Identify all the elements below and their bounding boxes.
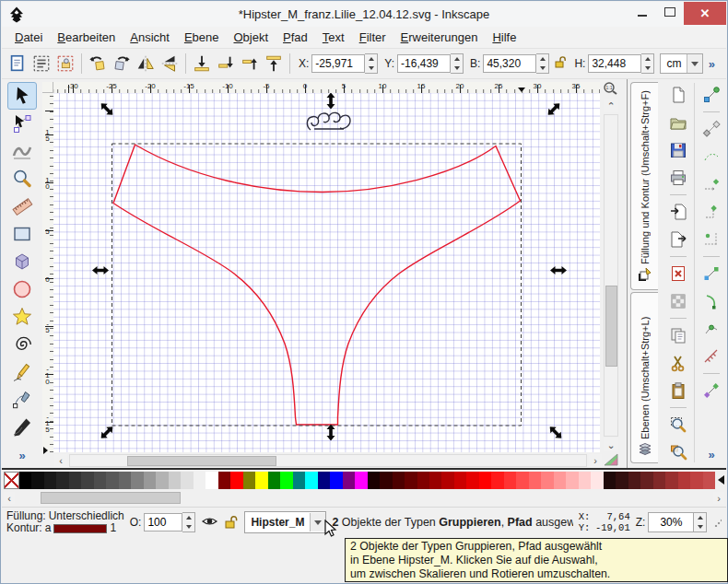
menu-ansicht[interactable]: Ansicht <box>123 29 177 46</box>
tab-layers[interactable]: Ebenen (Umschalt+Strg+L) <box>630 292 658 463</box>
swatch-660000[interactable] <box>405 472 417 489</box>
swatch-ffffff[interactable] <box>205 472 217 489</box>
menu-filter[interactable]: Filter <box>352 29 393 46</box>
height-spinner[interactable] <box>641 53 654 74</box>
snap-others-icon[interactable] <box>700 380 722 402</box>
canvas[interactable] <box>53 93 600 452</box>
toolbar-overflow-button[interactable]: » <box>709 57 715 71</box>
swatch-bf4242[interactable] <box>690 472 702 489</box>
swatch-666666[interactable] <box>119 472 131 489</box>
import-icon[interactable] <box>667 201 689 223</box>
swatch-4d0000[interactable] <box>393 472 405 489</box>
selection-scale-handle-icon[interactable] <box>550 262 567 278</box>
opacity-spinner[interactable] <box>182 512 195 532</box>
swatch-802828[interactable] <box>653 472 665 489</box>
menu-bearbeiten[interactable]: Bearbeiten <box>50 29 123 46</box>
menu-datei[interactable]: Datei <box>7 29 50 46</box>
swatch-808080[interactable] <box>131 472 143 489</box>
swatch-0000ff[interactable] <box>330 472 342 489</box>
menu-pfad[interactable]: Pfad <box>276 29 315 46</box>
swatch-800000[interactable] <box>417 472 429 489</box>
deselect-icon[interactable] <box>53 52 77 76</box>
pencil-tool-icon[interactable] <box>7 358 37 386</box>
selection-scale-handle-icon[interactable] <box>99 100 115 117</box>
palette-scroll-left-icon[interactable] <box>718 475 724 485</box>
swatch-00ff00[interactable] <box>280 472 292 489</box>
snap-node-path-icon[interactable] <box>700 201 722 223</box>
lower-icon[interactable] <box>214 52 238 76</box>
swatch-999999[interactable] <box>144 472 156 489</box>
tab-fill-stroke[interactable]: Füllung und Kontur (Umschalt+Strg+F) <box>630 82 658 290</box>
menu-text[interactable]: Text <box>315 29 352 46</box>
document-properties-icon[interactable] <box>6 52 29 76</box>
sticky-zoom-icon[interactable]: 1:1 <box>602 81 622 96</box>
swatch-ffcccc[interactable] <box>579 472 591 489</box>
tweak-tool-icon[interactable] <box>7 137 37 165</box>
swatch-662020[interactable] <box>640 472 652 489</box>
box3d-tool-icon[interactable] <box>7 248 37 275</box>
swatch-ff8080[interactable] <box>541 472 553 489</box>
bezier-tool-icon[interactable] <box>7 386 37 414</box>
swatch-331010[interactable] <box>616 472 628 489</box>
fill-stroke-indicator[interactable]: Füllung:Unterschiedlich Kontur:a1 <box>6 510 124 534</box>
swatch-ff4d4d[interactable] <box>516 472 528 489</box>
toolbox-overflow-button[interactable]: » <box>18 449 25 462</box>
swatch-b3b3b3[interactable] <box>156 472 168 489</box>
swatch-808000[interactable] <box>243 472 255 489</box>
layer-lock-icon[interactable] <box>224 514 239 531</box>
swatch-1a1a1a[interactable] <box>44 472 56 489</box>
rect-tool-icon[interactable] <box>7 220 37 248</box>
height-input[interactable] <box>588 54 641 73</box>
swatch-333333[interactable] <box>69 472 81 489</box>
scroll-right-button[interactable]: › <box>589 454 602 467</box>
snap-enable-icon[interactable] <box>700 84 722 106</box>
swatch-404040[interactable] <box>81 472 93 489</box>
swatch-800080[interactable] <box>343 472 355 489</box>
maximize-button[interactable] <box>656 2 684 22</box>
swatch-ffb3b3[interactable] <box>566 472 578 489</box>
selection-scale-handle-icon[interactable] <box>99 424 115 440</box>
layer-visibility-eye-icon[interactable] <box>201 514 218 531</box>
menu-ebene[interactable]: Ebene <box>177 29 227 46</box>
menu-objekt[interactable]: Objekt <box>226 29 276 46</box>
swatch-b30000[interactable] <box>441 472 453 489</box>
ornament-group[interactable] <box>307 112 350 130</box>
minimize-button[interactable] <box>628 2 656 22</box>
swatch-e60000[interactable] <box>466 472 478 489</box>
x-spinner[interactable] <box>365 53 378 74</box>
zoom-spinner[interactable] <box>694 512 707 532</box>
width-spinner[interactable] <box>536 53 549 74</box>
width-input[interactable] <box>483 54 536 73</box>
swatch-f0f0f0[interactable] <box>194 472 205 489</box>
snap-overflow-button[interactable]: » <box>708 448 714 461</box>
swatch-000000[interactable] <box>19 472 31 489</box>
swatch-993030[interactable] <box>665 472 677 489</box>
swatch-e0e0e0[interactable] <box>181 472 193 489</box>
swatch-ff6666[interactable] <box>529 472 541 489</box>
spiral-tool-icon[interactable] <box>7 331 37 358</box>
zoom-selection-icon[interactable] <box>667 414 689 436</box>
horizontal-scrollbar-thumb[interactable] <box>127 456 276 466</box>
cut-icon[interactable] <box>667 352 689 374</box>
swatch-262626[interactable] <box>56 472 68 489</box>
page-x-icon[interactable] <box>667 263 689 285</box>
selection-scale-handle-icon[interactable] <box>547 424 564 440</box>
unit-select[interactable]: cm <box>660 53 703 74</box>
raise-icon[interactable] <box>238 52 262 76</box>
selection-scale-handle-icon[interactable] <box>92 262 109 278</box>
selection-scale-handle-icon[interactable] <box>323 424 339 440</box>
swatch-cccccc[interactable] <box>169 472 181 489</box>
checkerboard-icon[interactable] <box>667 290 689 312</box>
swatch-595959[interactable] <box>106 472 118 489</box>
swatch-ff1a1a[interactable] <box>491 472 503 489</box>
swatch-008080[interactable] <box>293 472 305 489</box>
measure-tool-icon[interactable] <box>7 193 37 220</box>
swatch-ffe6e6[interactable] <box>591 472 603 489</box>
new-document-icon[interactable] <box>667 84 689 106</box>
swatch-0d0d0d[interactable] <box>31 472 43 489</box>
raise-to-top-icon[interactable] <box>262 52 286 76</box>
snap-bbox-edge-icon[interactable] <box>700 146 722 168</box>
horizontal-scrollbar[interactable] <box>69 454 587 467</box>
export-icon[interactable] <box>667 228 689 251</box>
swatch-008000[interactable] <box>268 472 280 489</box>
